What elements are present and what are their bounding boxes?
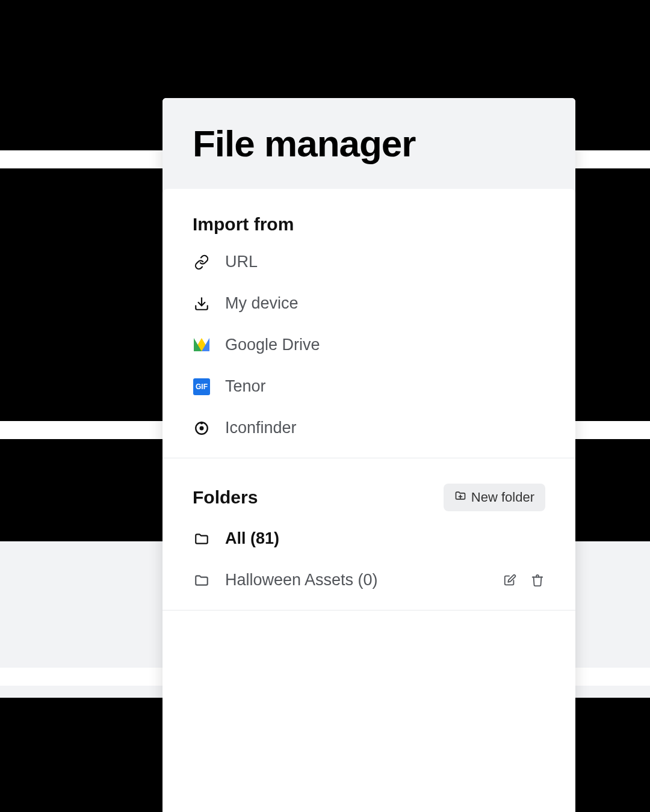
iconfinder-icon xyxy=(193,419,211,437)
import-item-label: Tenor xyxy=(225,377,266,396)
folders-section: Folders New folder xyxy=(162,458,575,611)
folder-item-all[interactable]: All (81) xyxy=(193,529,545,548)
import-item-label: Google Drive xyxy=(225,336,320,354)
new-folder-label: New folder xyxy=(471,490,534,505)
download-icon xyxy=(193,295,211,313)
folder-icon xyxy=(193,571,211,589)
new-folder-button[interactable]: New folder xyxy=(444,484,545,511)
folder-label: Halloween Assets (0) xyxy=(225,571,378,589)
folders-heading: Folders xyxy=(193,487,258,508)
folder-icon xyxy=(193,530,211,548)
folders-list: All (81) Halloween Assets (0) xyxy=(193,529,545,589)
tenor-icon: GIF xyxy=(193,378,211,396)
folder-item-halloween-assets[interactable]: Halloween Assets (0) xyxy=(193,571,545,589)
import-item-tenor[interactable]: GIF Tenor xyxy=(193,377,545,396)
rename-folder-button[interactable] xyxy=(502,573,518,588)
import-item-url[interactable]: URL xyxy=(193,253,545,271)
import-item-iconfinder[interactable]: Iconfinder xyxy=(193,419,545,437)
google-drive-icon xyxy=(193,336,211,354)
import-item-google-drive[interactable]: Google Drive xyxy=(193,336,545,354)
link-icon xyxy=(193,253,211,271)
delete-folder-button[interactable] xyxy=(530,573,545,588)
folder-plus-icon xyxy=(454,490,466,505)
import-item-label: My device xyxy=(225,294,299,313)
file-manager-panel: File manager Import from URL xyxy=(162,98,575,812)
import-item-label: URL xyxy=(225,253,258,271)
folder-label: All (81) xyxy=(225,529,279,548)
panel-body: Import from URL xyxy=(162,189,575,611)
page-title: File manager xyxy=(193,122,545,165)
import-section: Import from URL xyxy=(162,189,575,458)
import-item-my-device[interactable]: My device xyxy=(193,294,545,313)
import-item-label: Iconfinder xyxy=(225,419,297,437)
svg-point-2 xyxy=(200,426,204,430)
import-list: URL My device xyxy=(193,253,545,437)
import-heading: Import from xyxy=(193,214,545,235)
gif-badge: GIF xyxy=(193,378,210,395)
